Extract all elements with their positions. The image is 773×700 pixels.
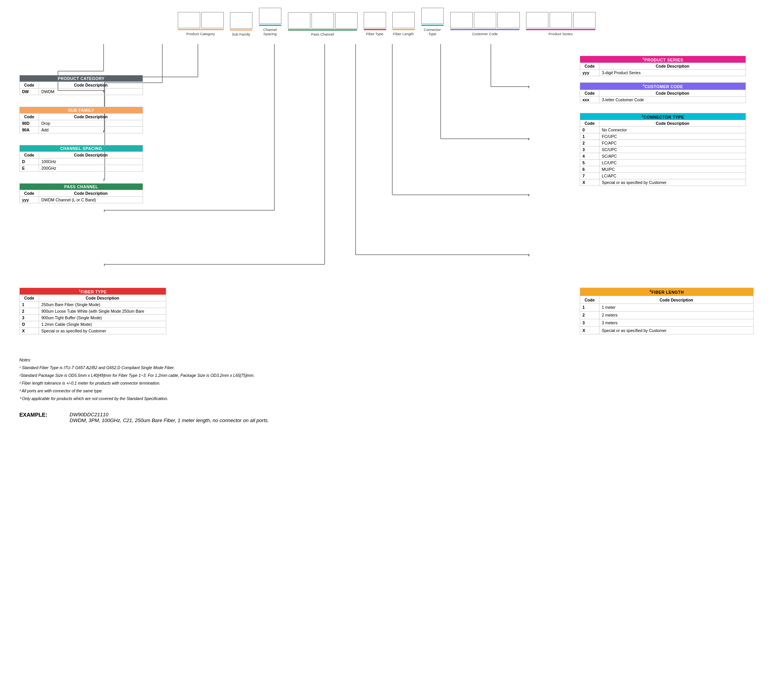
channel-spacing-box	[259, 8, 281, 24]
customer-code-col1: Code	[580, 90, 599, 96]
connector-type-label: Connector Type	[421, 27, 444, 36]
sub-family-box	[230, 12, 252, 29]
connector-type-row-1: 1 FC/UPC	[580, 133, 746, 140]
pass-channel-box3	[335, 12, 358, 29]
sub-family-header: SUB FAMILY	[20, 107, 143, 113]
example-desc: DWDM, 3PM, 100GHz, C21, 250um Bare Fiber…	[70, 417, 269, 423]
connector-type-row-4: 4 SC/APC	[580, 153, 746, 160]
fiber-type-col2: Code Description	[39, 295, 166, 301]
fiber-type-box	[364, 12, 386, 28]
sub-family-label: Sub Family	[232, 32, 250, 36]
product-series-col2: Code Description	[599, 63, 746, 70]
connector-type-row-6: 6 MU/PC	[580, 166, 746, 173]
fiber-length-label: Fiber Length	[393, 32, 414, 36]
channel-spacing-label: Channel Spacing	[259, 27, 282, 36]
channel-spacing-table: CHANNEL SPACING Code Code Description D …	[19, 145, 143, 172]
channel-spacing-row-e: E 200GHz	[20, 165, 143, 171]
customer-code-group: Customer Code	[450, 12, 520, 36]
sub-family-row-90d: 90D Drop	[20, 120, 143, 126]
pass-channel-header: PASS CHANNEL	[20, 183, 143, 190]
product-category-box1	[178, 12, 200, 28]
fiber-length-row-2: 2 2 meters	[580, 311, 754, 319]
channel-spacing-row-d: D 100GHz	[20, 158, 143, 165]
connector-type-row-7: 7 LC/APC	[580, 173, 746, 179]
notes-item-1: ¹Standard Package Size is OD5.5mm x L40[…	[19, 372, 754, 379]
sub-family-col2: Code Description	[39, 113, 143, 120]
connector-type-col2: Code Description	[599, 120, 746, 127]
fiber-length-group: Fiber Length	[392, 12, 415, 36]
pass-channel-col1: Code	[20, 190, 39, 196]
customer-code-col2: Code Description	[599, 90, 746, 96]
product-category-label: Product Category	[186, 32, 215, 36]
notes-section: Notes: ¹ Standard Fiber Type is ITU-T G6…	[19, 357, 754, 402]
fiber-type-group: Fiber Type	[364, 12, 386, 36]
customer-code-box1	[450, 12, 473, 28]
pass-channel-box1	[288, 12, 310, 29]
customer-code-box3	[497, 12, 520, 28]
channel-spacing-group: Channel Spacing	[259, 8, 282, 36]
fiber-type-row-d: D 1.2mm Cable (Single Mode)	[20, 321, 166, 328]
customer-code-row-xxx: xxx 3-letter Customer Code	[580, 96, 746, 103]
product-category-col1: Code	[20, 82, 39, 88]
notes-item-3: ³ All ports are with connector of the sa…	[19, 388, 754, 395]
product-series-box3	[573, 12, 596, 28]
example-section: EXAMPLE: DW90DDC21110 DWDM, 3PM, 100GHz,…	[19, 412, 754, 423]
connector-type-col1: Code	[580, 120, 599, 127]
pass-channel-row-yyy: yyy DWDM Channel (L or C Band)	[20, 196, 143, 203]
fiber-type-label: Fiber Type	[366, 32, 383, 36]
sub-family-row-90a: 90A Add	[20, 126, 143, 133]
fiber-length-col2: Code Description	[599, 296, 754, 304]
pass-channel-box2	[312, 12, 334, 29]
customer-code-header: 4CUSTOMER CODE	[580, 83, 746, 90]
product-series-header: 4PRODUCT SERIES	[580, 56, 746, 63]
example-label: EXAMPLE:	[19, 412, 70, 418]
pass-channel-group: Pass Channel	[288, 12, 358, 36]
connector-type-row-x: X Special or as specified by Customer	[580, 179, 746, 186]
notes-item-4: ⁴ Only applicable for products which are…	[19, 395, 754, 402]
connector-type-row-2: 2 FC/APC	[580, 140, 746, 146]
connector-type-group: Connector Type	[421, 8, 444, 36]
product-category-box2	[201, 12, 224, 28]
example-content: DW90DDC21110 DWDM, 3PM, 100GHz, C21, 250…	[70, 412, 269, 423]
fiber-length-row-3: 3 3 meters	[580, 319, 754, 327]
product-series-row-yyy: yyy 3-digit Product Series	[580, 70, 746, 76]
connector-type-table: 3CONNECTOR TYPE Code Code Description 0 …	[580, 113, 746, 186]
product-series-table: 4PRODUCT SERIES Code Code Description yy…	[580, 56, 746, 77]
product-series-box2	[550, 12, 572, 28]
fiber-length-row-1: 1 1 meter	[580, 304, 754, 312]
product-category-row-dw: DW DWDM	[20, 88, 143, 95]
fiber-length-header: 2FIBER LENGTH	[580, 288, 754, 296]
customer-code-label: Customer Code	[472, 32, 498, 36]
pass-channel-table: PASS CHANNEL Code Code Description yyy D…	[19, 183, 143, 203]
fiber-type-row-x: X Special or as specified by Customer	[20, 328, 166, 334]
product-category-header: PRODUCT CATEGORY	[20, 75, 143, 82]
fiber-length-table: 2FIBER LENGTH Code Code Description 1 1 …	[580, 288, 754, 335]
connector-type-row-3: 3 SC/UPC	[580, 146, 746, 153]
notes-item-0: ¹ Standard Fiber Type is ITU-T G657.A2/B…	[19, 364, 754, 371]
pass-channel-label: Pass Channel	[311, 32, 334, 36]
fiber-length-row-x: X Special or as specified by Customer	[580, 327, 754, 334]
pass-channel-col2: Code Description	[39, 190, 143, 196]
customer-code-box2	[474, 12, 496, 28]
product-category-table: PRODUCT CATEGORY Code Code Description D…	[19, 75, 143, 95]
sub-family-col1: Code	[20, 113, 39, 120]
product-series-col1: Code	[580, 63, 599, 70]
channel-spacing-col2: Code Description	[39, 152, 143, 158]
connector-type-header: 3CONNECTOR TYPE	[580, 113, 746, 120]
channel-spacing-header: CHANNEL SPACING	[20, 145, 143, 152]
sub-family-table: SUB FAMILY Code Code Description 90D Dro…	[19, 107, 143, 133]
product-series-group: Product Series	[526, 12, 596, 36]
connector-type-box	[421, 8, 444, 24]
connector-type-row-5: 5 LC/UPC	[580, 160, 746, 166]
example-code: DW90DDC21110	[70, 412, 269, 417]
fiber-type-row-2: 2 900um Loose Tube White (with Single Mo…	[20, 308, 166, 315]
notes-item-2: ² Fiber length tolerance is +/-0.1 meter…	[19, 380, 754, 387]
fiber-type-header: 1FIBER TYPE	[20, 288, 166, 295]
channel-spacing-col1: Code	[20, 152, 39, 158]
product-series-label: Product Series	[548, 32, 572, 36]
fiber-type-table: 1FIBER TYPE Code Code Description 1 250u…	[19, 288, 166, 335]
fiber-length-col1: Code	[580, 296, 599, 304]
fiber-type-row-1: 1 250um Bare Fiber (Single Mode)	[20, 301, 166, 308]
customer-code-table: 4CUSTOMER CODE Code Code Description xxx…	[580, 82, 746, 103]
notes-label: Notes:	[19, 357, 754, 364]
